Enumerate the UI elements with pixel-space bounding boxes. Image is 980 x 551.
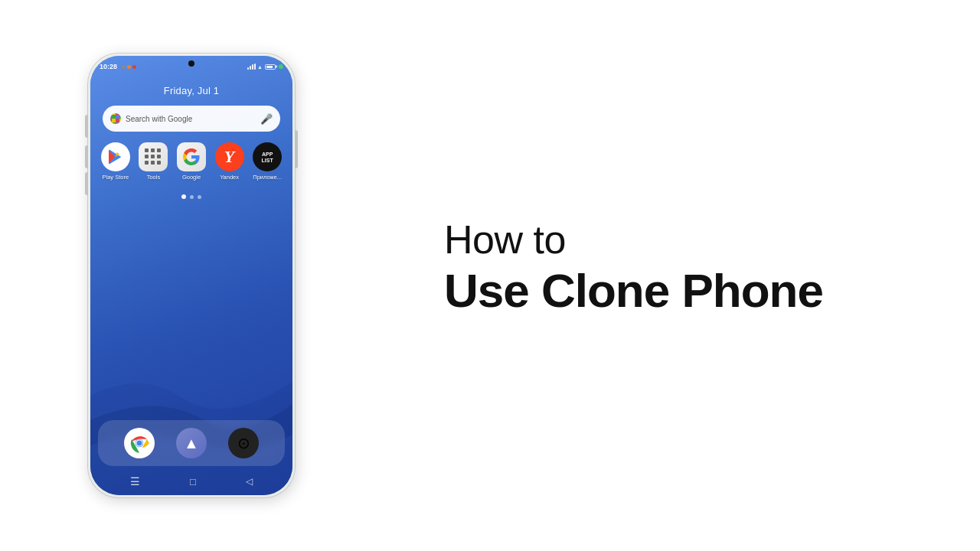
google-app-icon — [177, 142, 206, 171]
playstore-icon — [101, 142, 130, 171]
page-dot-3 — [198, 195, 201, 199]
settings-indicator — [122, 65, 126, 69]
title-line2: Use Clone Phone — [444, 263, 980, 318]
phone-content: 10:28 ▲ — [90, 56, 292, 495]
signal-bar-4 — [254, 64, 256, 70]
tools-icon — [139, 142, 168, 171]
app-applist[interactable]: APP LIST Приложе... — [250, 142, 284, 181]
page-dot-2 — [190, 195, 194, 199]
svg-point-3 — [137, 441, 142, 446]
nav-menu-icon[interactable]: ☰ — [130, 475, 140, 487]
title-line1: How to — [444, 217, 980, 263]
applist-icon: APP LIST — [253, 142, 282, 171]
signal-icon — [247, 64, 256, 70]
phone-area: 10:28 ▲ — [0, 0, 383, 551]
phone-dock: ▲ ⊙ — [98, 420, 285, 466]
search-placeholder: Search with Google — [126, 115, 256, 123]
status-left: 10:28 — [100, 63, 136, 70]
page-dot-1 — [181, 194, 186, 199]
app-google[interactable]: Google — [175, 142, 208, 181]
dock-camera[interactable]: ⊙ — [228, 428, 259, 458]
wifi-icon: ▲ — [257, 64, 263, 70]
signal-bar-3 — [252, 64, 253, 70]
phone-screen: 10:28 ▲ — [90, 56, 292, 495]
dock-chrome[interactable] — [124, 428, 155, 458]
status-time: 10:28 — [100, 63, 117, 70]
app-tools[interactable]: Tools — [136, 142, 170, 181]
playstore-label: Play Store — [102, 174, 129, 181]
signal-bar-2 — [250, 66, 251, 70]
google-label: Google — [182, 174, 201, 181]
status-right: ▲ — [247, 64, 283, 70]
microphone-icon[interactable]: 🎤 — [260, 113, 273, 125]
app-yandex[interactable]: Y Yandex — [213, 142, 247, 181]
tools-label: Tools — [147, 174, 161, 181]
search-bar[interactable]: Search with Google 🎤 — [103, 106, 280, 132]
signal-bar-1 — [247, 67, 249, 70]
phone-outer: 10:28 ▲ — [88, 54, 295, 497]
spacer — [90, 205, 292, 420]
page-dots — [90, 194, 292, 199]
active-indicator — [279, 64, 283, 69]
dock-gallery[interactable]: ▲ — [176, 428, 207, 458]
alert-indicator — [132, 65, 136, 69]
nav-bar: ☰ □ ◁ — [90, 471, 292, 495]
yandex-label: Yandex — [220, 174, 239, 181]
notification-indicator — [127, 65, 131, 69]
status-left-icons — [122, 65, 136, 69]
phone-date: Friday, Jul 1 — [90, 85, 292, 96]
nav-back-icon[interactable]: ◁ — [246, 476, 253, 487]
battery-icon — [265, 64, 276, 70]
yandex-icon: Y — [215, 142, 244, 171]
apps-row: Play Store Tools — [90, 142, 292, 181]
app-playstore[interactable]: Play Store — [99, 142, 132, 181]
nav-home-icon[interactable]: □ — [190, 476, 196, 487]
text-area: How to Use Clone Phone — [383, 217, 980, 333]
google-logo — [110, 113, 121, 124]
front-camera — [188, 60, 194, 67]
applist-label: Приложе... — [253, 174, 282, 181]
battery-fill — [266, 66, 273, 68]
